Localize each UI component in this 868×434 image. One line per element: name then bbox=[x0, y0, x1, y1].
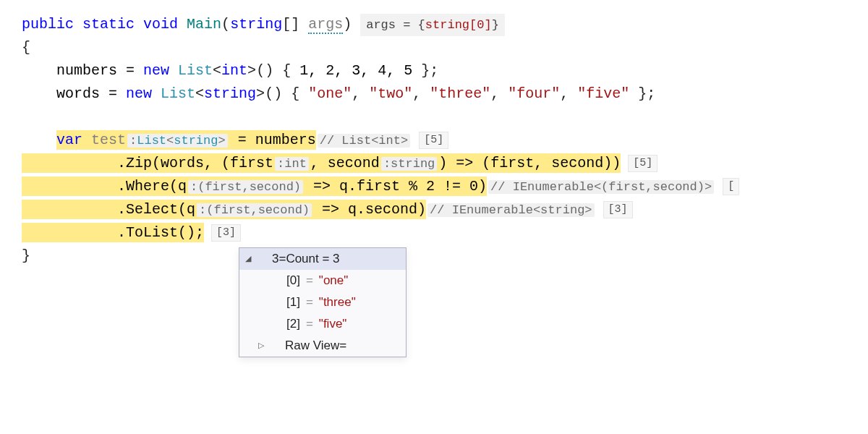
expand-icon[interactable]: ▷ bbox=[257, 339, 265, 352]
datatip-key: [0] bbox=[286, 271, 300, 290]
field-icon bbox=[271, 298, 282, 307]
identifier-numbers[interactable]: numbers bbox=[255, 132, 316, 148]
count-badge[interactable]: [3] bbox=[603, 201, 633, 218]
identifier-test[interactable]: test bbox=[91, 132, 126, 148]
identifier-numbers: numbers bbox=[56, 62, 117, 79]
string-literal: "four" bbox=[508, 85, 560, 102]
datatip-key: [2] bbox=[286, 314, 300, 333]
args-datatip[interactable]: args = {string[0]} bbox=[360, 14, 505, 36]
paren-open: ( bbox=[221, 16, 230, 33]
code-line: { bbox=[22, 36, 868, 59]
debugger-datatip[interactable]: ◢ 3=Count = 3 [0]="one" [1]="three" [2]=… bbox=[239, 247, 407, 357]
datatip-value: "one" bbox=[319, 271, 348, 290]
field-icon bbox=[271, 276, 282, 286]
type-int: int bbox=[221, 62, 247, 79]
keyword-void: void bbox=[143, 16, 178, 33]
count-badge[interactable]: [3] bbox=[211, 224, 241, 242]
code-line: } bbox=[22, 244, 868, 268]
keyword-new: new bbox=[143, 62, 169, 79]
datatip-value: "five" bbox=[319, 314, 347, 333]
datatip-item[interactable]: [1]="three" bbox=[239, 292, 406, 313]
string-literal: "five" bbox=[577, 85, 629, 102]
type-string: string bbox=[204, 85, 256, 102]
type-hint: :(first,second) bbox=[188, 180, 303, 194]
inline-comment: // IEnumerable<string> bbox=[427, 203, 594, 217]
field-icon bbox=[271, 320, 282, 329]
code-line: .Select(q:(first,second) => q.second)// … bbox=[22, 198, 868, 221]
code-line: .Where(q:(first,second) => q.first % 2 !… bbox=[22, 175, 868, 198]
field-icon bbox=[270, 341, 281, 351]
number-literals: 1, 2, 3, 4, 5 bbox=[299, 62, 412, 79]
code-line: public static void Main(string[] args)ar… bbox=[22, 13, 868, 36]
count-badge[interactable]: [5] bbox=[419, 132, 448, 149]
method-name: Main bbox=[187, 16, 221, 33]
code-line: .ToList();[3] bbox=[22, 221, 868, 244]
type-list: List bbox=[178, 62, 213, 79]
type-list: List bbox=[161, 85, 195, 102]
datatip-item[interactable]: [2]="five" bbox=[239, 313, 406, 335]
object-icon bbox=[257, 255, 268, 264]
blank-line bbox=[22, 106, 868, 129]
datatip-raw-view[interactable]: ▷ Raw View= bbox=[239, 335, 406, 357]
datatip-header[interactable]: ◢ 3=Count = 3 bbox=[239, 248, 406, 270]
inline-comment: // List<int> bbox=[318, 134, 410, 148]
param-args[interactable]: args bbox=[308, 16, 343, 34]
code-line: words = new List<string>() { "one", "two… bbox=[22, 82, 868, 106]
datatip-header-text: 3=Count = 3 bbox=[272, 249, 340, 268]
code-line: .Zip(words, (first:int, second:string) =… bbox=[22, 152, 868, 175]
type-string: string bbox=[230, 16, 282, 33]
code-line: numbers = new List<int>() { 1, 2, 3, 4, … bbox=[22, 59, 868, 82]
type-hint: :int bbox=[275, 157, 309, 171]
string-literal: "one" bbox=[308, 85, 352, 102]
brace-open: { bbox=[22, 39, 30, 56]
string-literal: "two" bbox=[369, 85, 412, 102]
paren-close: ) bbox=[343, 16, 352, 33]
count-badge[interactable]: [5] bbox=[628, 155, 658, 172]
inline-comment: // IEnumerable<(first,second)> bbox=[488, 180, 714, 194]
string-literal: "three" bbox=[430, 85, 490, 102]
datatip-raw-label: Raw View= bbox=[285, 336, 346, 355]
brace-close: } bbox=[22, 247, 30, 264]
datatip-item[interactable]: [0]="one" bbox=[239, 270, 406, 292]
identifier-words: words bbox=[56, 85, 100, 102]
code-editor[interactable]: public static void Main(string[] args)ar… bbox=[0, 0, 868, 268]
type-hint: :(first,second) bbox=[197, 203, 312, 217]
keyword-new: new bbox=[126, 85, 152, 102]
count-badge[interactable]: [ bbox=[723, 178, 739, 195]
keyword-public: public bbox=[22, 16, 74, 33]
keyword-var: var bbox=[56, 132, 82, 148]
type-hint: :string bbox=[381, 157, 437, 171]
type-hint: :List<string> bbox=[127, 134, 228, 148]
code-line: var test:List<string> = numbers// List<i… bbox=[22, 129, 868, 152]
datatip-key: [1] bbox=[286, 292, 300, 312]
expand-collapse-icon[interactable]: ◢ bbox=[244, 252, 252, 265]
datatip-value: "three" bbox=[319, 292, 356, 312]
keyword-static: static bbox=[82, 16, 135, 33]
